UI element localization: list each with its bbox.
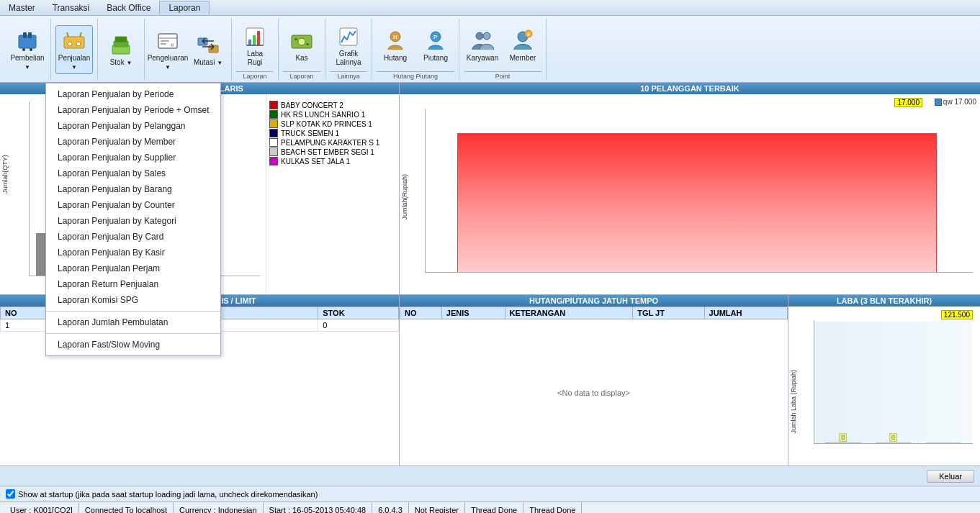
hutang-nodata: <No data to display> — [400, 319, 788, 466]
pelanggan-value-label: 17.000 — [894, 98, 922, 107]
btn-grafik[interactable]: GrafikLainnya — [330, 21, 367, 70]
ribbon-group-penjualan: Penjualan ▼ — [51, 19, 98, 80]
svg-point-3 — [22, 48, 25, 51]
dropdown-item-12[interactable]: Laporan Return Penjualan — [46, 276, 220, 292]
hutang-col-no: NO — [400, 307, 442, 319]
legend-item-3: TRUCK SEMEN 1 — [269, 129, 396, 137]
dropdown-menu: Laporan Penjualan by Periode Laporan Pen… — [45, 83, 221, 356]
svg-rect-2 — [28, 32, 32, 38]
menu-backoffice[interactable]: Back Office — [98, 1, 159, 14]
dropdown-item-5[interactable]: Laporan Penjualan by Sales — [46, 165, 220, 181]
pembelian-icon — [14, 28, 40, 54]
terlaris-legend: BABY CONCERT 2 HK RS LUNCH SANRIO 1 SLP … — [266, 94, 399, 294]
legend-item-2: SLP KOTAK KD PRINCES 1 — [269, 119, 396, 128]
pelanggan-y-label: Jumlah(Rupiah) — [401, 174, 408, 220]
stok-label: Stok ▼ — [110, 58, 132, 67]
legend-item-6: KULKAS SET JALA 1 — [269, 157, 396, 165]
ribbon-group-labarugi: LabaRugi Laporan — [232, 19, 279, 80]
svg-point-34 — [476, 32, 483, 40]
btn-hutang[interactable]: H Hutang — [377, 21, 414, 70]
piutang-label: Piutang — [423, 54, 448, 63]
svg-text:#: # — [171, 42, 174, 48]
btn-piutang[interactable]: P Piutang — [417, 21, 454, 70]
ribbon-group-grafik: GrafikLainnya Lainnya — [325, 19, 372, 80]
svg-rect-28 — [306, 43, 309, 45]
mutasi-label: Mutasi ▼ — [194, 58, 222, 67]
btn-labarugi[interactable]: LabaRugi — [236, 21, 274, 70]
laba-bar-0: 0 — [821, 433, 866, 444]
menu-laporan[interactable]: Laporan — [159, 1, 210, 14]
hutang-label: Hutang — [384, 54, 407, 63]
btn-pembelian[interactable]: Pembelian ▼ — [9, 25, 46, 74]
dropdown-item-4[interactable]: Laporan Penjualan by Supplier — [46, 150, 220, 165]
dropdown-item-15[interactable]: Laporan Jumlah Pembulatan — [46, 314, 220, 330]
labarugi-label: LabaRugi — [247, 50, 263, 67]
dropdown-item-8[interactable]: Laporan Penjualan by Kategori — [46, 213, 220, 229]
startup-label-text: Show at startup (jika pada saat startup … — [18, 490, 318, 499]
statusbar: User : K001[CO2] Connected To localhost … — [0, 501, 980, 513]
stok-row-stok: 0 — [318, 319, 399, 332]
ribbon: Pembelian ▼ Penjualan ▼ — [0, 16, 980, 83]
ribbon-group-point: Karyawan ★ Member Point — [459, 19, 547, 80]
status-register: Not Register — [409, 502, 465, 513]
penjualan-icon — [61, 28, 87, 54]
legend-item-0: BABY CONCERT 2 — [269, 101, 396, 109]
status-version: 6.0.4.3 — [372, 502, 409, 513]
dropdown-item-11[interactable]: Laporan Penjualan Perjam — [46, 260, 220, 276]
svg-text:★: ★ — [526, 32, 531, 37]
svg-point-4 — [30, 48, 32, 51]
svg-rect-23 — [257, 31, 260, 45]
dropdown-item-13[interactable]: Laporan Komisi SPG — [46, 292, 220, 308]
svg-rect-21 — [248, 40, 251, 45]
svg-point-8 — [68, 42, 72, 46]
svg-rect-22 — [253, 35, 256, 45]
ribbon-group-pembelian: Pembelian ▼ — [4, 19, 51, 80]
dropdown-item-3[interactable]: Laporan Penjualan by Member — [46, 134, 220, 150]
dropdown-item-10[interactable]: Laporan Penjualan By Kasir — [46, 245, 220, 260]
btn-member[interactable]: ★ Member — [504, 21, 541, 70]
mutasi-icon — [195, 32, 221, 58]
hutang-table: NO JENIS KETERANGAN TGL JT JUMLAH — [400, 307, 788, 319]
menu-transaksi[interactable]: Transaksi — [44, 1, 99, 14]
ribbon-group-pengeluaran: # Pengeluaran ▼ Mutasi ▼ — [145, 19, 232, 80]
stok-icon — [108, 32, 134, 58]
svg-rect-0 — [19, 35, 36, 48]
pelanggan-qw-label: qw 17.000 — [935, 98, 976, 106]
ribbon-group-stok: Stok ▼ — [98, 19, 145, 80]
svg-rect-5 — [64, 37, 84, 48]
stok-col-stok: STOK — [318, 307, 399, 319]
btn-karyawan[interactable]: Karyawan — [464, 21, 501, 70]
startup-checkbox-label[interactable]: Show at startup (jika pada saat startup … — [6, 489, 318, 499]
dropdown-divider-1 — [46, 311, 220, 312]
btn-penjualan[interactable]: Penjualan ▼ — [55, 25, 93, 74]
dropdown-item-9[interactable]: Laporan Penjualan By Card — [46, 229, 220, 245]
bottombar: Show at startup (jika pada saat startup … — [0, 486, 980, 501]
toolbar: Master Transaksi Back Office Laporan Pem… — [0, 0, 980, 83]
laba-value-label: 121.500 — [941, 310, 973, 319]
piutang-icon: P — [423, 28, 449, 54]
status-connection: Connected To localhost — [79, 502, 174, 513]
dropdown-item-1[interactable]: Laporan Penjualan by Periode + Omset — [46, 102, 220, 118]
member-label: Member — [510, 54, 536, 63]
svg-text:H: H — [393, 34, 397, 40]
menu-master[interactable]: Master — [0, 1, 44, 14]
svg-rect-27 — [295, 38, 297, 40]
dropdown-item-7[interactable]: Laporan Penjualan by Counter — [46, 197, 220, 213]
btn-pengeluaran[interactable]: # Pengeluaran ▼ — [149, 25, 186, 74]
dropdown-item-6[interactable]: Laporan Penjualan by Barang — [46, 181, 220, 197]
laba-title: LABA (3 BLN TERAKHIR) — [788, 295, 980, 307]
karyawan-label: Karyawan — [467, 54, 498, 63]
svg-point-35 — [483, 32, 490, 40]
btn-kas[interactable]: Kas — [283, 21, 320, 70]
laba-bar-1: 0 — [871, 433, 916, 444]
btn-stok[interactable]: Stok ▼ — [102, 25, 140, 74]
ribbon-group-kas: Kas Laporan — [279, 19, 325, 80]
dropdown-item-17[interactable]: Laporan Fast/Slow Moving — [46, 337, 220, 353]
btn-mutasi[interactable]: Mutasi ▼ — [189, 25, 227, 74]
dropdown-item-0[interactable]: Laporan Penjualan by Periode — [46, 86, 220, 102]
keluar-button[interactable]: Keluar — [927, 470, 974, 483]
legend-item-5: BEACH SET EMBER SEGI 1 — [269, 147, 396, 156]
startup-checkbox[interactable] — [6, 489, 15, 499]
dropdown-item-2[interactable]: Laporan Penjualan by Pelanggan — [46, 118, 220, 134]
svg-point-26 — [298, 38, 305, 45]
